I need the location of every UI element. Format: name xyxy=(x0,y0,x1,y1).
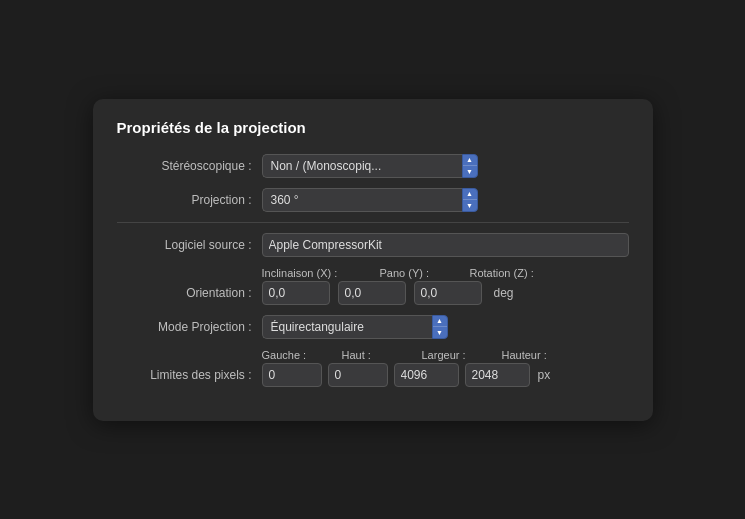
pixel-limits-label: Limites des pixels : xyxy=(117,368,262,382)
pixel-fields: px xyxy=(262,363,551,387)
haut-input[interactable] xyxy=(328,363,388,387)
panel-title: Propriétés de la projection xyxy=(117,119,629,136)
projection-stepper-down[interactable]: ▼ xyxy=(463,200,477,211)
hauteur-sublabel: Hauteur : xyxy=(502,349,582,361)
haut-sublabel: Haut : xyxy=(342,349,422,361)
source-software-input[interactable] xyxy=(262,233,629,257)
stereoscopic-field: Non / (Monoscopiq... ▲ ▼ xyxy=(262,154,478,178)
orientation-label: Orientation : xyxy=(117,286,262,300)
hauteur-input[interactable] xyxy=(465,363,530,387)
gauche-input[interactable] xyxy=(262,363,322,387)
mode-projection-stepper-down[interactable]: ▼ xyxy=(433,327,447,338)
projection-stepper-up[interactable]: ▲ xyxy=(463,189,477,201)
orientation-sublabels: Inclinaison (X) : Pano (Y) : Rotation (Z… xyxy=(262,267,629,279)
gauche-sublabel: Gauche : xyxy=(262,349,342,361)
projection-properties-panel: Propriétés de la projection Stéréoscopiq… xyxy=(93,99,653,421)
inclinaison-input[interactable] xyxy=(262,281,330,305)
projection-select[interactable]: 360 ° xyxy=(262,188,462,212)
stereoscopic-stepper-down[interactable]: ▼ xyxy=(463,166,477,177)
pixel-limits-row: Limites des pixels : px xyxy=(117,363,629,387)
stereoscopic-select[interactable]: Non / (Monoscopiq... xyxy=(262,154,462,178)
largeur-input[interactable] xyxy=(394,363,459,387)
mode-projection-field: Équirectangulaire ▲ ▼ xyxy=(262,315,448,339)
projection-field: 360 ° ▲ ▼ xyxy=(262,188,478,212)
orientation-row: Orientation : deg xyxy=(117,281,629,305)
source-software-label: Logiciel source : xyxy=(117,238,262,252)
pano-sublabel: Pano (Y) : xyxy=(380,267,470,279)
inclinaison-sublabel: Inclinaison (X) : xyxy=(262,267,380,279)
mode-projection-stepper[interactable]: ▲ ▼ xyxy=(432,315,448,339)
deg-unit: deg xyxy=(494,286,514,300)
mode-projection-select[interactable]: Équirectangulaire xyxy=(262,315,432,339)
divider-1 xyxy=(117,222,629,223)
largeur-sublabel: Largeur : xyxy=(422,349,502,361)
pano-input[interactable] xyxy=(338,281,406,305)
source-software-row: Logiciel source : xyxy=(117,233,629,257)
mode-projection-label: Mode Projection : xyxy=(117,320,262,334)
pixel-sublabels: Gauche : Haut : Largeur : Hauteur : xyxy=(262,349,629,361)
orientation-fields: deg xyxy=(262,281,514,305)
mode-projection-row: Mode Projection : Équirectangulaire ▲ ▼ xyxy=(117,315,629,339)
stereoscopic-stepper[interactable]: ▲ ▼ xyxy=(462,154,478,178)
rotation-input[interactable] xyxy=(414,281,482,305)
projection-stepper[interactable]: ▲ ▼ xyxy=(462,188,478,212)
stereoscopic-stepper-up[interactable]: ▲ xyxy=(463,155,477,167)
mode-projection-stepper-up[interactable]: ▲ xyxy=(433,316,447,328)
projection-label: Projection : xyxy=(117,193,262,207)
px-unit: px xyxy=(538,368,551,382)
rotation-sublabel: Rotation (Z) : xyxy=(470,267,570,279)
stereoscopic-row: Stéréoscopique : Non / (Monoscopiq... ▲ … xyxy=(117,154,629,178)
stereoscopic-label: Stéréoscopique : xyxy=(117,159,262,173)
projection-row: Projection : 360 ° ▲ ▼ xyxy=(117,188,629,212)
